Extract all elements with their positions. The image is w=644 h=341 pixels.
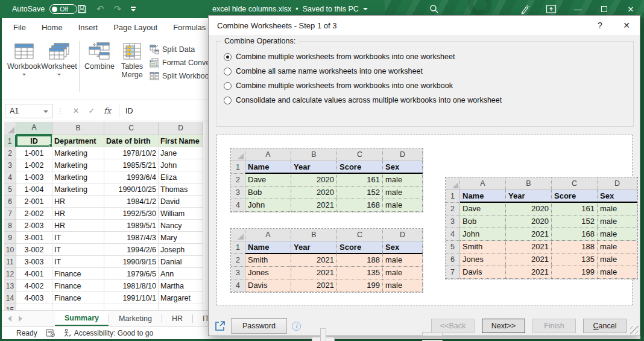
cell-A10[interactable]: 3-002 (16, 244, 52, 256)
cell-C9[interactable]: 1987/4/3 (104, 232, 159, 244)
row-header-14[interactable]: 14 (4, 292, 16, 304)
format-convert-button[interactable]: Format Convert (150, 58, 215, 68)
cell-A8[interactable]: 2-003 (16, 220, 52, 232)
cell-A6[interactable]: 2-001 (16, 196, 52, 208)
column-header-b[interactable]: B (52, 122, 104, 135)
split-workbook-button[interactable]: Split Workbook (150, 71, 215, 81)
macro-record-icon[interactable] (46, 329, 55, 337)
cancel-x-icon[interactable]: ✕ (68, 106, 84, 115)
cell-A5[interactable]: 1-004 (16, 183, 52, 196)
fx-icon[interactable]: fx (99, 106, 115, 115)
cell-D6[interactable]: David (159, 196, 203, 208)
cell-D13[interactable]: Martha (159, 280, 203, 292)
cell-A9[interactable]: 3-001 (16, 232, 52, 244)
undo-icon[interactable]: ↶ (96, 4, 104, 14)
menu-tab-insert[interactable]: Insert (71, 18, 106, 37)
password-button[interactable]: Password (231, 318, 287, 334)
column-header-c[interactable]: C (104, 122, 159, 135)
dialog-titlebar[interactable]: Combine Worksheets - Step 1 of 3 ? ✕ (209, 16, 640, 35)
cell-B8[interactable]: HR (52, 220, 104, 232)
cell-A12[interactable]: 4-001 (16, 268, 52, 280)
radio-3[interactable] (224, 82, 232, 90)
cell-A3[interactable]: 1-002 (16, 159, 52, 171)
cell-B14[interactable]: Finance (52, 292, 104, 304)
next-button[interactable]: Next>> (482, 319, 525, 333)
cell-B10[interactable]: IT (52, 244, 104, 256)
cell-D8[interactable]: Nancy (159, 220, 203, 232)
combine-button[interactable]: Combine (82, 40, 117, 71)
cell-C13[interactable]: 1981/8/10 (104, 280, 159, 292)
cell-A15[interactable] (16, 304, 52, 310)
row-header-10[interactable]: 10 (4, 244, 16, 256)
cell-B4[interactable]: Marketing (52, 171, 104, 183)
cell-D12[interactable]: Ann (159, 268, 203, 280)
cell-B7[interactable]: HR (52, 208, 104, 220)
qat-customize-icon[interactable] (131, 7, 136, 11)
row-header-8[interactable]: 8 (4, 220, 16, 232)
cell-C2[interactable]: 1978/10/2 (104, 147, 159, 159)
cell-C15[interactable] (104, 304, 159, 310)
cell-D9[interactable]: Mary (159, 232, 203, 244)
radio-4[interactable] (224, 97, 232, 104)
radio-1-selected[interactable] (224, 53, 232, 61)
search-icon[interactable] (429, 4, 439, 14)
row-header-11[interactable]: 11 (4, 256, 16, 268)
cell-C1[interactable]: Date of birth (104, 135, 159, 147)
cell-A1[interactable]: ID (16, 135, 52, 147)
cell-A13[interactable]: 4-002 (16, 280, 52, 292)
resize-grip[interactable] (630, 326, 639, 334)
cell-C8[interactable]: 1989/5/1 (104, 220, 159, 232)
sheet-tab-summary[interactable]: Summary (55, 311, 109, 326)
name-box[interactable]: A1 (5, 104, 53, 118)
fill-handle[interactable] (49, 144, 52, 147)
select-all-corner[interactable] (4, 122, 16, 135)
cell-D1[interactable]: First Name (159, 135, 203, 147)
sheet-tab-hr[interactable]: HR (162, 311, 192, 326)
column-header-a[interactable]: A (16, 122, 52, 135)
cell-A7[interactable]: 2-002 (16, 208, 52, 220)
combine-option-3[interactable]: Combine multiple worksheets from workboo… (224, 81, 502, 90)
cell-A11[interactable]: 3-003 (16, 256, 52, 268)
menu-tab-home[interactable]: Home (34, 18, 71, 37)
cancel-button[interactable]: Cancel (583, 319, 627, 333)
cell-B2[interactable]: Marketing (52, 147, 104, 159)
cell-D3[interactable]: John (159, 159, 203, 171)
saved-status[interactable]: Saved to this PC (303, 5, 359, 13)
cell-B13[interactable]: Finance (52, 280, 104, 292)
row-header-3[interactable]: 3 (4, 159, 16, 171)
cell-D10[interactable]: Joseph (159, 244, 203, 256)
cell-C11[interactable]: 1990/9/15 (104, 256, 159, 268)
radio-2[interactable] (224, 68, 232, 75)
row-header-15[interactable]: 15 (4, 304, 16, 310)
cell-C5[interactable]: 1990/10/25 (104, 183, 159, 196)
dialog-close-icon[interactable]: ✕ (613, 16, 640, 35)
autosave-toggle[interactable]: Off (49, 4, 77, 14)
check-icon[interactable]: ✓ (84, 106, 99, 115)
menu-tab-file[interactable]: File (5, 18, 34, 37)
cell-C6[interactable]: 1984/1/2 (104, 196, 159, 208)
cell-D11[interactable]: Danial (159, 256, 203, 268)
row-header-2[interactable]: 2 (4, 147, 16, 159)
cell-D14[interactable]: Margaret (159, 292, 203, 304)
cell-D4[interactable]: Eliza (159, 171, 203, 183)
cell-C12[interactable]: 1979/6/5 (104, 268, 159, 280)
sheet-prev-icon[interactable] (8, 316, 11, 322)
split-data-button[interactable]: Split Data (150, 45, 215, 54)
row-header-6[interactable]: 6 (4, 196, 16, 208)
save-icon[interactable] (77, 4, 87, 14)
name-box-caret[interactable] (43, 110, 48, 113)
cell-D2[interactable]: Jane (159, 147, 203, 159)
cell-B9[interactable]: IT (52, 232, 104, 244)
accessibility-status[interactable]: Accessibility: Good to go (63, 329, 153, 337)
cell-B5[interactable]: Marketing (52, 183, 104, 196)
row-header-9[interactable]: 9 (4, 232, 16, 244)
menu-tab-formulas[interactable]: Formulas (165, 18, 213, 37)
cell-A14[interactable]: 4-003 (16, 292, 52, 304)
combine-option-1[interactable]: Combine multiple worksheets from workboo… (224, 53, 502, 61)
row-header-7[interactable]: 7 (4, 208, 16, 220)
row-header-12[interactable]: 12 (4, 268, 16, 280)
cell-B15[interactable] (52, 304, 104, 310)
menu-tab-page-layout[interactable]: Page Layout (106, 18, 165, 37)
row-header-4[interactable]: 4 (4, 171, 16, 183)
cell-C7[interactable]: 1992/5/30 (104, 208, 159, 220)
